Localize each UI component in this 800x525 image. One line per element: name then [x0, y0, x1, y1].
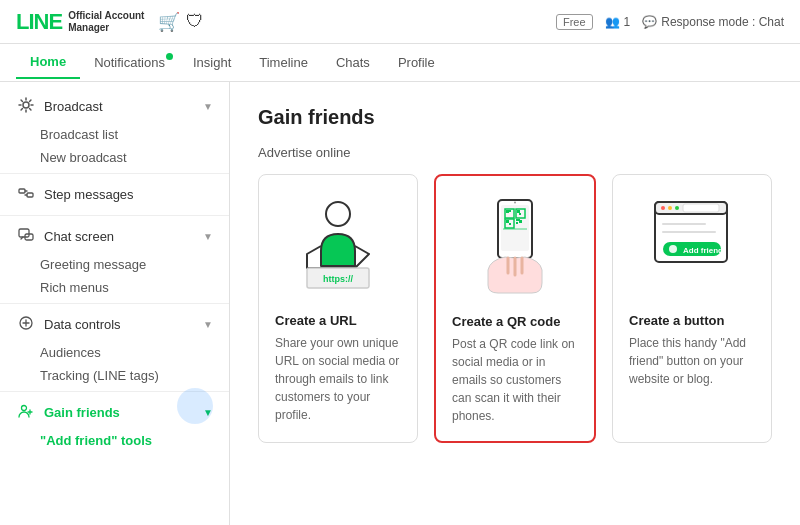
svg-point-6	[22, 406, 27, 411]
data-controls-chevron: ▼	[203, 319, 213, 330]
card-button-title: Create a button	[629, 313, 724, 328]
card-button-desc: Place this handy "Add friend" button on …	[629, 334, 755, 388]
data-controls-icon	[16, 315, 36, 334]
cart-icon: 🛒	[158, 11, 180, 33]
section-label: Advertise online	[258, 145, 772, 160]
sidebar-item-step-messages[interactable]: Step messages	[0, 178, 229, 211]
svg-rect-23	[519, 220, 522, 223]
app-header: LINE Official AccountManager 🛒 🛡 Free 👥 …	[0, 0, 800, 44]
svg-point-7	[326, 202, 350, 226]
svg-rect-14	[509, 210, 511, 212]
svg-text:https://: https://	[323, 274, 353, 284]
logo-line-text: LINE	[16, 9, 62, 35]
sidebar-item-data-controls[interactable]: Data controls ▼	[0, 308, 229, 341]
expand-circle	[177, 388, 213, 424]
svg-text:Add friend: Add friend	[683, 246, 723, 255]
qr-illustration	[452, 192, 578, 302]
card-button[interactable]: Add friend Create a button Place this ha…	[612, 174, 772, 443]
svg-point-29	[668, 206, 672, 210]
response-mode: 💬 Response mode : Chat	[642, 15, 784, 29]
card-qr-desc: Post a QR code link on social media or i…	[452, 335, 578, 425]
tab-insight[interactable]: Insight	[179, 47, 245, 78]
svg-rect-19	[506, 220, 509, 223]
notification-dot	[166, 53, 173, 60]
svg-point-30	[675, 206, 679, 210]
step-messages-label: Step messages	[44, 187, 134, 202]
cards-row: https:// Create a URL Share your own uni…	[258, 174, 772, 443]
svg-point-0	[23, 102, 29, 108]
svg-rect-31	[683, 204, 719, 212]
main-content: Gain friends Advertise online https://	[230, 82, 800, 525]
svg-rect-22	[516, 222, 518, 224]
card-qr[interactable]: Create a QR code Post a QR code link on …	[434, 174, 596, 443]
broadcast-icon	[16, 97, 36, 116]
divider-1	[0, 173, 229, 174]
svg-rect-17	[519, 213, 521, 215]
svg-rect-16	[517, 210, 520, 213]
broadcast-label: Broadcast	[44, 99, 103, 114]
sidebar: Broadcast ▼ Broadcast list New broadcast…	[0, 82, 230, 525]
header-right: Free 👥 1 💬 Response mode : Chat	[556, 14, 784, 30]
tab-home[interactable]: Home	[16, 46, 80, 79]
user-count: 👥 1	[605, 15, 631, 29]
chat-screen-chevron: ▼	[203, 231, 213, 242]
url-illustration: https://	[275, 191, 401, 301]
sidebar-item-broadcast[interactable]: Broadcast ▼	[0, 90, 229, 123]
data-controls-label: Data controls	[44, 317, 121, 332]
svg-point-28	[661, 206, 665, 210]
logo: LINE Official AccountManager 🛒 🛡	[16, 9, 204, 35]
chat-screen-label: Chat screen	[44, 229, 114, 244]
svg-point-25	[514, 201, 516, 203]
card-url-title: Create a URL	[275, 313, 357, 328]
sidebar-sub-tracking[interactable]: Tracking (LINE tags)	[0, 364, 229, 387]
tab-chats[interactable]: Chats	[322, 47, 384, 78]
sidebar-sub-broadcast-list[interactable]: Broadcast list	[0, 123, 229, 146]
user-icon: 👥	[605, 15, 620, 29]
card-url-desc: Share your own unique URL on social medi…	[275, 334, 401, 424]
chat-icon: 💬	[642, 15, 657, 29]
svg-rect-2	[27, 193, 33, 197]
tab-notifications[interactable]: Notifications	[80, 47, 179, 78]
divider-3	[0, 303, 229, 304]
tab-profile[interactable]: Profile	[384, 47, 449, 78]
sidebar-sub-new-broadcast[interactable]: New broadcast	[0, 146, 229, 169]
svg-rect-20	[509, 223, 511, 225]
svg-rect-3	[19, 229, 29, 237]
sidebar-sub-audiences[interactable]: Audiences	[0, 341, 229, 364]
card-url[interactable]: https:// Create a URL Share your own uni…	[258, 174, 418, 443]
button-illustration: Add friend	[629, 191, 755, 301]
nav-tabs: Home Notifications Insight Timeline Chat…	[0, 44, 800, 82]
svg-point-35	[669, 245, 677, 253]
plan-badge: Free	[556, 14, 593, 30]
gain-friends-label: Gain friends	[44, 405, 120, 420]
divider-2	[0, 215, 229, 216]
sidebar-sub-rich-menus[interactable]: Rich menus	[0, 276, 229, 299]
logo-subtitle: Official AccountManager	[68, 10, 144, 34]
sidebar-sub-greeting[interactable]: Greeting message	[0, 253, 229, 276]
svg-rect-13	[506, 210, 509, 213]
card-qr-title: Create a QR code	[452, 314, 560, 329]
shield-icon: 🛡	[186, 11, 204, 32]
svg-rect-1	[19, 189, 25, 193]
tab-timeline[interactable]: Timeline	[245, 47, 322, 78]
sidebar-sub-add-friend-tools[interactable]: "Add friend" tools	[0, 429, 229, 452]
main-layout: Broadcast ▼ Broadcast list New broadcast…	[0, 82, 800, 525]
page-title: Gain friends	[258, 106, 772, 129]
gain-friends-icon	[16, 403, 36, 422]
sidebar-item-chat-screen[interactable]: Chat screen ▼	[0, 220, 229, 253]
step-icon	[16, 185, 36, 204]
chat-screen-icon	[16, 227, 36, 246]
broadcast-chevron: ▼	[203, 101, 213, 112]
